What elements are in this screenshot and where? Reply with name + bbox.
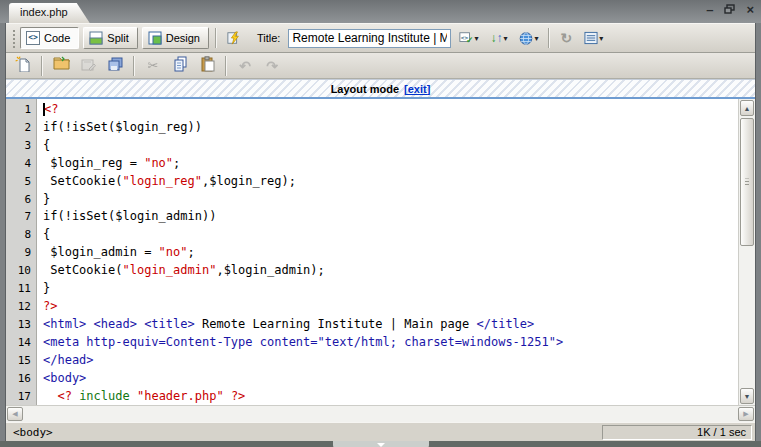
- split-view-label: Split: [107, 32, 128, 44]
- scroll-left-button[interactable]: ◀: [7, 407, 23, 421]
- redo-button[interactable]: ↷: [261, 55, 283, 76]
- panel-expander-arrow-icon: [377, 443, 385, 447]
- design-view-label: Design: [166, 32, 200, 44]
- code-token: "no": [159, 245, 188, 259]
- code-token: Remote Learning Institute | Main page: [195, 317, 477, 331]
- line-number: 5: [6, 173, 31, 191]
- code-line[interactable]: }: [43, 280, 738, 298]
- vertical-scrollbar-track[interactable]: [739, 247, 755, 387]
- code-line[interactable]: <? include "header.php" ?>: [43, 388, 738, 406]
- layout-mode-exit-link[interactable]: [exit]: [404, 83, 430, 95]
- cut-button[interactable]: ✂: [142, 55, 164, 76]
- code-token: {: [43, 227, 50, 241]
- code-token: ;: [173, 156, 180, 170]
- code-line[interactable]: $login_reg = "no";: [43, 155, 738, 173]
- scroll-down-button[interactable]: ▼: [740, 388, 754, 404]
- new-document-button[interactable]: [12, 55, 34, 76]
- restore-button[interactable]: [724, 3, 735, 16]
- line-number: 3: [6, 137, 31, 155]
- minimize-button[interactable]: –: [706, 3, 713, 16]
- code-view-button[interactable]: <> Code: [20, 27, 79, 49]
- line-number: 11: [6, 280, 31, 298]
- line-number: 13: [6, 316, 31, 334]
- code-line[interactable]: SetCookie("login_admin",$login_admin);: [43, 262, 738, 280]
- code-line[interactable]: {: [43, 137, 738, 155]
- code-line[interactable]: SetCookie("login_reg",$login_reg);: [43, 173, 738, 191]
- save-button[interactable]: [77, 55, 99, 76]
- line-number: 1: [6, 101, 31, 119]
- toolbar-grip-handle[interactable]: [11, 28, 16, 48]
- code-lines[interactable]: <?if(!isSet($login_reg)){ $login_reg = "…: [37, 99, 738, 405]
- code-token: $login_reg =: [43, 156, 144, 170]
- code-line[interactable]: }: [43, 191, 738, 209]
- save-icon: [80, 56, 96, 76]
- live-data-view-button[interactable]: [223, 26, 245, 50]
- code-token: "login_reg": [122, 174, 201, 188]
- code-token: SetCookie(: [43, 263, 122, 277]
- line-number-gutter: 1234567891011121314151617: [6, 99, 37, 405]
- vertical-scrollbar[interactable]: ▲ ▼: [738, 99, 755, 405]
- code-token: {: [43, 138, 50, 152]
- layout-mode-label: Layout mode: [331, 83, 399, 95]
- scroll-down-icon: ▼: [744, 393, 751, 400]
- globe-icon: [519, 31, 533, 45]
- open-folder-icon: [53, 56, 70, 75]
- code-view-label: Code: [44, 32, 70, 44]
- open-file-button[interactable]: [50, 55, 72, 76]
- code-line[interactable]: <html> <head> <title> Remote Learning In…: [43, 316, 738, 334]
- svg-text:✓: ✓: [466, 35, 473, 45]
- toolbar-separator: [225, 56, 227, 76]
- check-page-button[interactable]: <> ✓ ▾: [455, 26, 482, 50]
- code-token: [130, 389, 137, 403]
- document-title-input[interactable]: [288, 29, 451, 48]
- code-line[interactable]: if(!isSet($login_reg)): [43, 119, 738, 137]
- panel-expander-button[interactable]: [333, 441, 429, 447]
- close-button[interactable]: ×: [746, 3, 754, 16]
- tag-selector-body[interactable]: <body>: [13, 426, 53, 439]
- code-token: </head>: [43, 353, 94, 367]
- code-editor: 1234567891011121314151617 <?if(!isSet($l…: [6, 99, 755, 405]
- line-number: 4: [6, 155, 31, 173]
- undo-button[interactable]: ↶: [234, 55, 256, 76]
- view-options-button[interactable]: ▾: [580, 26, 607, 50]
- code-line[interactable]: <body>: [43, 370, 738, 388]
- toolbar-separator: [548, 28, 550, 48]
- line-number: 6: [6, 191, 31, 209]
- code-line[interactable]: {: [43, 226, 738, 244]
- refresh-icon: ↻: [560, 30, 572, 46]
- code-token: <html> <head> <title>: [43, 317, 195, 331]
- code-line[interactable]: if(!isSet($login_admin)): [43, 208, 738, 226]
- layout-mode-bar: Layout mode [exit]: [6, 79, 755, 99]
- code-line[interactable]: </head>: [43, 352, 738, 370]
- code-line[interactable]: <?: [43, 101, 738, 119]
- design-view-button[interactable]: Design: [142, 27, 209, 49]
- chevron-down-icon: ▾: [474, 34, 478, 43]
- copy-button[interactable]: [169, 55, 191, 76]
- document-tab[interactable]: index.php: [9, 3, 90, 23]
- refresh-design-view-button[interactable]: ↻: [556, 26, 576, 50]
- line-number: 17: [6, 388, 31, 406]
- line-number: 16: [6, 370, 31, 388]
- scroll-left-icon: ◀: [12, 410, 17, 418]
- code-token: include: [79, 389, 130, 403]
- code-token: ;: [188, 245, 195, 259]
- copy-icon: [173, 56, 188, 76]
- scroll-up-button[interactable]: ▲: [740, 100, 754, 116]
- split-view-button[interactable]: Split: [83, 27, 137, 49]
- file-management-button[interactable]: ↓ ↑ ▾: [486, 26, 511, 50]
- code-line[interactable]: $login_admin = "no";: [43, 244, 738, 262]
- design-view-icon: [148, 31, 162, 45]
- code-line[interactable]: ?>: [43, 298, 738, 316]
- chevron-down-icon: ▾: [534, 34, 538, 43]
- vertical-scrollbar-thumb[interactable]: [740, 118, 754, 246]
- save-all-button[interactable]: [104, 55, 126, 76]
- code-view-icon: <>: [26, 31, 40, 45]
- code-line[interactable]: <meta http-equiv=Content-Type content="t…: [43, 334, 738, 352]
- scissors-icon: ✂: [148, 58, 159, 73]
- scroll-right-button[interactable]: ▶: [738, 407, 754, 421]
- paste-button[interactable]: [196, 55, 218, 76]
- preview-in-browser-button[interactable]: ▾: [515, 26, 542, 50]
- chevron-down-icon: ▾: [599, 34, 603, 43]
- horizontal-scrollbar[interactable]: ◀ ▶: [6, 405, 755, 422]
- code-token: [43, 389, 57, 403]
